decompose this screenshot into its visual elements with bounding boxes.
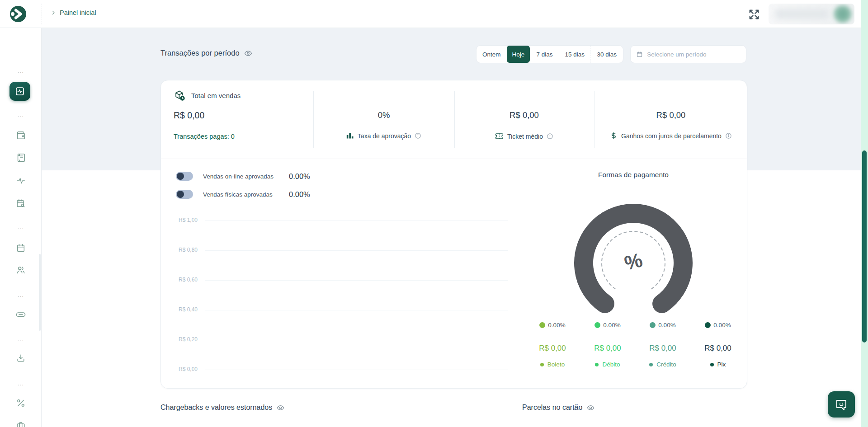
briefcase-icon <box>16 421 26 427</box>
period-tab-15-dias[interactable]: 15 dias <box>559 46 590 63</box>
physical-sales-toggle[interactable] <box>176 190 193 199</box>
legend-credito: 0.00% R$ 0,00 Crédito <box>635 319 690 368</box>
breadcrumb[interactable]: Painel inicial <box>51 9 96 16</box>
transactions-section-title: Transações por período <box>160 49 240 57</box>
date-range-input[interactable] <box>647 51 741 58</box>
legend-item-credito[interactable]: Crédito <box>649 361 676 368</box>
chat-smiley-icon <box>835 398 848 411</box>
eye-icon[interactable] <box>587 404 594 412</box>
sidebar-item-wallet[interactable] <box>0 130 42 141</box>
online-sales-toggle-label: Vendas on-line aprovadas <box>203 173 287 180</box>
legend-mini-dot-debito <box>595 363 599 366</box>
legend-amount-credito: R$ 0,00 <box>649 344 676 353</box>
dollar-icon <box>610 132 618 140</box>
calendar-icon <box>636 51 643 58</box>
legend-pct-boleto: 0.00% <box>548 322 565 328</box>
stat-installment-gains-value: R$ 0,00 <box>594 110 748 120</box>
sidebar-item-users[interactable] <box>0 265 42 276</box>
stat-paid-transactions: Transações pagas: 0 <box>174 133 235 140</box>
legend-label-pix: Pix <box>717 361 726 368</box>
sidebar-section-ellipsis: ... <box>0 381 42 386</box>
y-axis-tick: R$ 0,80 <box>165 247 198 253</box>
support-chat-button[interactable] <box>828 391 855 418</box>
chart-gridline <box>205 370 508 370</box>
page-scrollbar-thumb[interactable] <box>862 150 867 343</box>
period-tab-ontem[interactable]: Ontem <box>476 46 507 63</box>
sidebar-item-calendar[interactable] <box>0 243 42 253</box>
stat-approval-rate-label: Taxa de aprovação <box>358 132 411 140</box>
transactions-section-header: Transações por período <box>160 49 252 57</box>
sidebar-section-ellipsis: ... <box>0 225 42 230</box>
brand-logo-icon[interactable] <box>10 6 26 22</box>
toggle-knob <box>177 191 184 198</box>
legend-amount-debito: R$ 0,00 <box>594 344 621 353</box>
ticket-icon <box>495 132 504 141</box>
sidebar-scrollbar-thumb[interactable] <box>39 254 41 331</box>
legend-dot-debito <box>594 322 600 328</box>
physical-sales-percentage: 0.00% <box>289 190 310 199</box>
user-name-blurred <box>775 9 829 19</box>
scroll-text-icon <box>16 153 26 163</box>
stat-approval-rate-value: 0% <box>313 110 454 120</box>
sidebar-section-ellipsis: ... <box>0 293 42 297</box>
legend-boleto: 0.00% R$ 0,00 Boleto <box>525 319 580 368</box>
sidebar-item-fees[interactable] <box>0 398 42 408</box>
chart-gridline <box>205 250 508 251</box>
link-icon <box>15 309 26 320</box>
y-axis-tick: R$ 0,40 <box>165 306 198 313</box>
payment-methods-title: Formas de pagamento <box>566 171 701 179</box>
chart-gridline <box>205 280 508 281</box>
sidebar-item-receipts[interactable] <box>0 152 42 163</box>
calendar-search-icon <box>16 198 26 208</box>
info-icon[interactable] <box>415 132 421 139</box>
stat-approval-rate: 0% Taxa de aprovação <box>313 80 454 159</box>
users-icon <box>16 265 26 275</box>
eye-icon[interactable] <box>244 49 252 57</box>
sidebar-item-payment-link[interactable] <box>0 309 42 320</box>
toggle-row-online-sales: Vendas on-line aprovadas 0.00% <box>176 171 310 182</box>
sidebar-item-calendar-search[interactable] <box>0 198 42 209</box>
info-icon[interactable] <box>547 133 553 140</box>
toggle-row-physical-sales: Vendas físicas aprovadas 0.00% <box>176 189 310 200</box>
legend-item-debito[interactable]: Débito <box>595 361 620 368</box>
sidebar-item-activity[interactable] <box>0 175 42 186</box>
period-tab-7-dias[interactable]: 7 dias <box>530 46 559 63</box>
legend-item-pix[interactable]: Pix <box>710 361 726 368</box>
date-range-picker[interactable] <box>630 45 746 63</box>
sidebar-item-downloads[interactable] <box>0 353 42 364</box>
page-scrollbar-track[interactable] <box>861 0 868 427</box>
stat-installment-gains-label: Ganhos com juros de parcelamento <box>621 132 722 140</box>
wallet-icon <box>16 131 26 141</box>
card-installments-section-header: Parcelas no cartão <box>522 404 594 412</box>
dashboard-page: Painel inicial ... ... <box>0 0 868 427</box>
chart-gridline <box>205 340 508 340</box>
y-axis-tick: R$ 0,60 <box>165 277 198 283</box>
fullscreen-expand-icon[interactable] <box>748 8 760 21</box>
period-tab-hoje[interactable]: Hoje <box>507 46 530 63</box>
stat-average-ticket-value: R$ 0,00 <box>454 110 594 120</box>
sidebar-item-dashboard-active[interactable] <box>9 82 30 101</box>
legend-pct-pix: 0.00% <box>713 322 731 328</box>
eye-icon[interactable] <box>277 404 284 412</box>
stats-bottom-divider <box>161 159 747 159</box>
stat-total-sales-value: R$ 0,00 <box>174 110 204 121</box>
bar-chart-icon <box>346 132 354 140</box>
legend-mini-dot-credito <box>649 363 653 366</box>
online-sales-percentage: 0.00% <box>289 172 310 181</box>
sidebar-item-business[interactable] <box>0 420 42 427</box>
y-axis-tick: R$ 0,20 <box>165 336 198 343</box>
period-tab-30-dias[interactable]: 30 dias <box>590 46 623 63</box>
package-clock-icon <box>174 89 186 102</box>
toggle-knob <box>177 173 184 180</box>
percent-icon <box>16 398 26 408</box>
online-sales-toggle[interactable] <box>176 172 193 181</box>
legend-label-boleto: Boleto <box>547 361 565 368</box>
calendar-icon <box>16 243 26 253</box>
info-icon[interactable] <box>725 132 732 139</box>
legend-item-boleto[interactable]: Boleto <box>540 361 565 368</box>
legend-amount-pix: R$ 0,00 <box>704 344 731 353</box>
legend-dot-boleto <box>539 322 545 328</box>
chevron-right-icon <box>51 10 56 15</box>
download-icon <box>16 353 26 363</box>
user-account-chip[interactable] <box>769 4 854 24</box>
